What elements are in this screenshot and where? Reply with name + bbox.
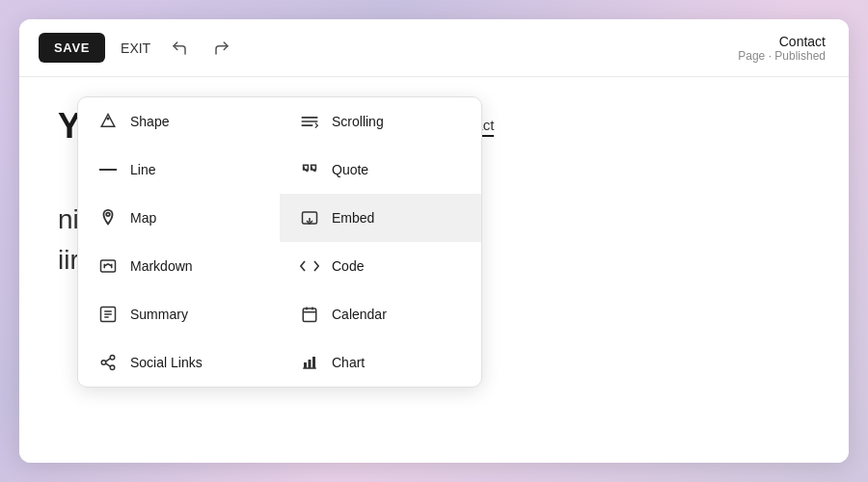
embed-label: Embed xyxy=(332,210,374,226)
dropdown-item-line[interactable]: Line xyxy=(78,146,280,194)
shape-label: Shape xyxy=(130,114,169,129)
chart-label: Chart xyxy=(332,355,365,370)
dropdown-item-calendar[interactable]: Calendar xyxy=(280,290,481,338)
line-label: Line xyxy=(130,162,155,177)
markdown-label: Markdown xyxy=(130,258,193,274)
map-label: Map xyxy=(130,210,156,226)
quote-label: Quote xyxy=(332,162,368,177)
toolbar-left: SAVE EXIT xyxy=(39,33,235,63)
dropdown-item-scrolling[interactable]: Scrolling xyxy=(280,97,481,146)
svg-line-27 xyxy=(106,359,111,362)
editor-container: SAVE EXIT Contact Page · Published xyxy=(19,19,849,463)
svg-rect-30 xyxy=(304,362,307,368)
page-status: Page · Published xyxy=(738,49,826,63)
svg-point-26 xyxy=(110,365,115,370)
calendar-label: Calendar xyxy=(332,307,387,322)
redo-button[interactable] xyxy=(208,35,235,62)
svg-rect-32 xyxy=(312,357,315,368)
svg-point-25 xyxy=(101,361,106,365)
svg-rect-31 xyxy=(309,360,312,368)
dropdown-item-shape[interactable]: Shape xyxy=(78,97,280,146)
svg-line-28 xyxy=(106,363,111,366)
markdown-icon xyxy=(97,255,119,277)
embed-icon xyxy=(299,207,320,228)
code-icon xyxy=(299,255,320,277)
svg-point-0 xyxy=(107,118,110,120)
save-button[interactable]: SAVE xyxy=(39,33,105,63)
dropdown-item-map[interactable]: Map xyxy=(78,194,280,242)
dropdown-item-code[interactable]: Code xyxy=(280,242,481,290)
svg-rect-11 xyxy=(101,260,116,272)
dropdown-item-markdown[interactable]: Markdown xyxy=(78,242,280,290)
summary-icon xyxy=(97,304,119,325)
undo-icon xyxy=(171,40,188,57)
dropdown-menu: Shape Scrolling xyxy=(77,96,482,388)
page-name: Contact xyxy=(738,34,826,49)
svg-point-24 xyxy=(110,356,115,361)
redo-icon xyxy=(213,40,231,57)
toolbar: SAVE EXIT Contact Page · Published xyxy=(19,19,849,77)
dropdown-item-summary[interactable]: Summary xyxy=(78,290,280,338)
scrolling-icon xyxy=(299,111,320,132)
code-label: Code xyxy=(332,258,364,274)
svg-rect-20 xyxy=(303,308,316,322)
dropdown-grid: Shape Scrolling xyxy=(78,97,481,387)
dropdown-item-chart[interactable]: Chart xyxy=(280,338,481,387)
undo-button[interactable] xyxy=(166,35,193,62)
quote-icon xyxy=(299,159,320,180)
scrolling-label: Scrolling xyxy=(332,114,384,129)
toolbar-right: Contact Page · Published xyxy=(738,34,826,63)
dropdown-item-embed[interactable]: Embed Click ' xyxy=(280,194,481,242)
site-preview: Your Site Title Work About Contact nind,… xyxy=(19,77,849,463)
calendar-icon xyxy=(299,304,320,325)
summary-label: Summary xyxy=(130,307,188,322)
map-icon xyxy=(97,207,119,228)
exit-button[interactable]: EXIT xyxy=(121,40,150,56)
social-links-label: Social Links xyxy=(130,355,203,370)
line-icon xyxy=(97,159,119,180)
social-links-icon xyxy=(97,352,119,373)
dropdown-item-social-links[interactable]: Social Links xyxy=(78,338,280,387)
chart-icon xyxy=(299,352,320,373)
dropdown-item-quote[interactable]: Quote xyxy=(280,146,481,194)
shape-icon xyxy=(97,111,119,132)
editor-content: Your Site Title Work About Contact nind,… xyxy=(19,77,849,463)
svg-point-5 xyxy=(106,213,110,217)
